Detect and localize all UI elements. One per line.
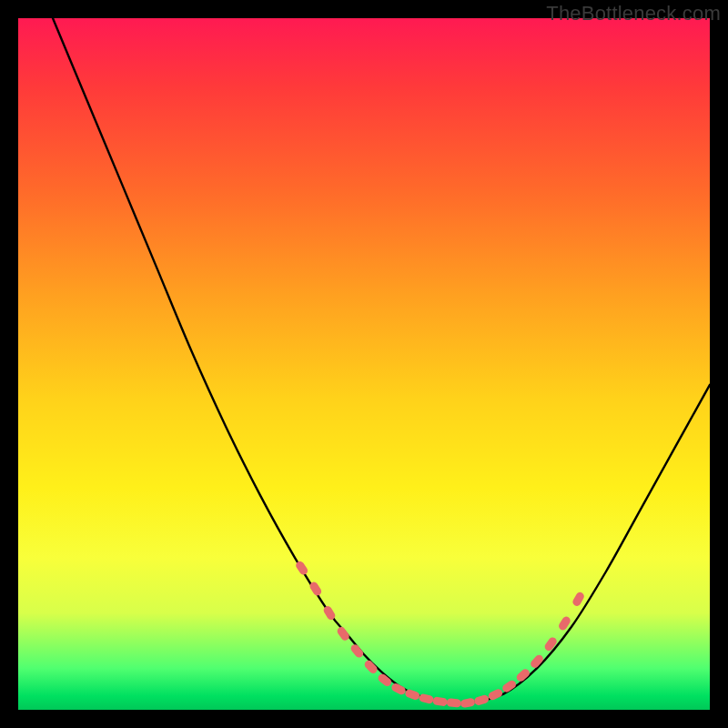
- bottleneck-markers: [294, 560, 585, 708]
- marker: [419, 693, 435, 705]
- marker: [349, 642, 365, 659]
- marker: [336, 625, 351, 642]
- marker: [543, 636, 559, 652]
- marker: [571, 591, 586, 607]
- watermark-text: TheBottleneck.com: [546, 2, 721, 25]
- plot-area: [18, 18, 710, 710]
- marker: [390, 682, 407, 695]
- marker: [446, 698, 461, 708]
- marker: [432, 696, 448, 706]
- chart-svg: [18, 18, 710, 710]
- outer-frame: TheBottleneck.com: [0, 0, 728, 728]
- marker: [460, 697, 475, 708]
- marker: [473, 694, 490, 706]
- bottleneck-curve: [53, 18, 710, 703]
